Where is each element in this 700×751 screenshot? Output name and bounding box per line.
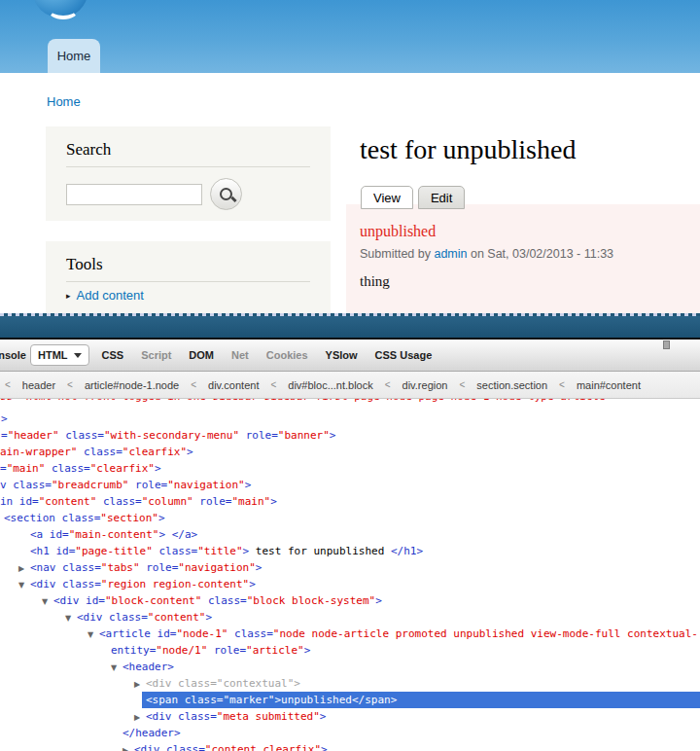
main-menu-tab-home[interactable]: Home (48, 39, 100, 73)
firebug-tab-html[interactable]: HTML (30, 344, 89, 366)
code-segment: "content clearfix" (205, 743, 321, 751)
search-block: Search (46, 126, 331, 221)
firebug-breadcrumb: <header<article#node-1.node<div.content<… (0, 372, 700, 399)
tree-row[interactable]: ▼<header> (0, 659, 700, 675)
toolbar-grip-icon[interactable] (663, 340, 670, 349)
code-segment: <header> (122, 661, 174, 673)
firebug-tab-net[interactable]: Net (225, 345, 256, 365)
tree-row[interactable]: entity="node/1" role="article"> (0, 642, 700, 659)
code-segment: > (294, 677, 300, 690)
firebug-panel: ConsoleHTMLCSSScriptDOMNetCookiesYSlowCS… (0, 313, 700, 751)
breadcrumb-item[interactable]: header (22, 379, 55, 391)
browser-viewport: Home Home Search Tools ▸ Add content tes… (0, 0, 700, 751)
code-segment: role= (140, 561, 179, 574)
author-link[interactable]: admin (434, 247, 467, 261)
tree-row[interactable]: ▼<div class="region region-content"> (0, 576, 700, 592)
firebug-tab-console[interactable]: Console (0, 345, 26, 365)
tree-row[interactable]: ▶<nav class="tabs" role="navigation"> (0, 559, 700, 576)
breadcrumb-item[interactable]: article#node-1.node (85, 379, 179, 391)
collapse-twisty-icon[interactable]: ▼ (18, 577, 30, 593)
tree-row[interactable]: v class="breadcrumb" role="navigation"> (0, 477, 700, 493)
tree-row[interactable]: <h1 id="page-title" class="title"> test … (0, 543, 700, 559)
tree-row[interactable]: ="main" class="clearfix"> (0, 460, 700, 477)
search-button[interactable] (210, 178, 242, 210)
code-segment: "article" (246, 644, 304, 657)
node-tabs: View Edit (361, 186, 465, 209)
tree-row-selected[interactable]: <span class="marker">unpublished</span> (142, 692, 700, 708)
code-segment: <div class= (30, 578, 101, 590)
code-segment: > (187, 446, 193, 458)
code-segment: entity= (111, 644, 156, 657)
expand-twisty-icon[interactable]: ▶ (134, 709, 146, 726)
druplicon-logo-icon[interactable] (33, 0, 88, 18)
expand-twisty-icon[interactable]: ▶ (122, 742, 134, 751)
code-segment: role= (193, 495, 232, 508)
code-segment: "page-title" (75, 545, 152, 557)
collapse-twisty-icon[interactable]: ▼ (111, 660, 122, 676)
code-segment: "navigation" (167, 479, 244, 491)
firebug-tab-css-usage[interactable]: CSS Usage (368, 345, 439, 365)
firebug-tab-css[interactable]: CSS (95, 345, 131, 365)
breadcrumb-item[interactable]: div.region (402, 379, 448, 391)
tree-row[interactable]: <a id="main-content"> </a> (0, 526, 700, 543)
tab-edit[interactable]: Edit (418, 186, 465, 209)
code-segment: "main" (231, 495, 270, 508)
teal-bar (0, 316, 700, 340)
code-segment: ain-wrapper" (0, 446, 77, 458)
tree-row[interactable]: ▼<div id="block-content" class="block bl… (0, 592, 700, 609)
code-segment: <a id= (30, 528, 69, 541)
search-block-title: Search (66, 140, 310, 167)
code-segment: class= (228, 627, 272, 640)
tree-row[interactable]: ss="html not-front logged-in one-sidebar… (0, 399, 700, 411)
breadcrumb-item[interactable]: div.content (208, 379, 259, 391)
search-form (66, 178, 242, 210)
code-segment: in id= (0, 495, 39, 508)
firebug-tree: ss="html not-front logged-in one-sidebar… (0, 399, 700, 751)
tree-row[interactable]: ain-wrapper" class="clearfix"> (0, 444, 700, 460)
breadcrumb-item[interactable]: div#bloc...nt.block (288, 379, 372, 391)
breadcrumb-home-link[interactable]: Home (47, 94, 81, 109)
unpublished-node: unpublished Submitted by admin on Sat, 0… (346, 204, 700, 313)
add-content-link[interactable]: Add content (77, 288, 144, 303)
collapse-twisty-icon[interactable]: ▼ (42, 593, 53, 610)
firebug-tab-yslow[interactable]: YSlow (319, 345, 365, 365)
collapse-twisty-icon[interactable]: ▼ (88, 626, 99, 643)
firebug-tab-script[interactable]: Script (134, 345, 178, 365)
code-segment: </span> (352, 694, 397, 706)
tree-row[interactable]: ▼<article id="node-1" class="node node-a… (0, 626, 700, 642)
tab-view[interactable]: View (361, 186, 413, 209)
firebug-tab-dom[interactable]: DOM (182, 345, 221, 365)
firebug-tab-label: HTML (38, 349, 68, 361)
dropdown-caret-icon[interactable] (74, 353, 82, 358)
tree-row[interactable]: > (0, 411, 700, 427)
code-segment: <h1 id= (30, 545, 75, 557)
breadcrumb-item[interactable]: main#content (577, 379, 641, 391)
tree-row[interactable]: ▶<div class="content clearfix"> (0, 741, 700, 751)
search-input[interactable] (66, 184, 202, 205)
firebug-tab-cookies[interactable]: Cookies (260, 345, 315, 365)
code-segment: class= (59, 429, 104, 442)
code-segment: "with-secondary-menu" (104, 429, 239, 442)
code-segment: > (270, 495, 277, 508)
firebug-tab-label: YSlow (326, 349, 358, 361)
code-segment: "column" (142, 495, 193, 508)
tree-row[interactable]: <section class="section"> (0, 510, 700, 526)
tree-row[interactable]: in id="content" class="column" role="mai… (0, 493, 700, 510)
expand-twisty-icon[interactable]: ▶ (18, 560, 30, 577)
tree-row[interactable]: ▶<div class="meta submitted"> (0, 708, 700, 725)
expand-twisty-icon[interactable]: ▶ (134, 676, 146, 693)
code-segment: <nav class= (30, 561, 101, 574)
code-segment: "navigation" (178, 561, 255, 574)
tree-row[interactable]: ="header" class="with-secondary-menu" ro… (0, 427, 700, 444)
tree-row[interactable]: </header> (0, 725, 700, 741)
tree-row[interactable]: ▶<div class="contextual"> (0, 675, 700, 692)
code-segment: role= (128, 479, 167, 491)
code-segment: class= (96, 495, 141, 508)
submitted-line: Submitted by admin on Sat, 03/02/2013 - … (360, 247, 700, 261)
breadcrumb-separator-icon: < (191, 379, 196, 390)
code-segment: > (249, 578, 256, 590)
tree-row[interactable]: ▼<div class="content"> (0, 609, 700, 626)
collapse-twisty-icon[interactable]: ▼ (65, 610, 77, 626)
breadcrumb-item[interactable]: section.section (476, 379, 547, 391)
code-segment: class= (153, 545, 197, 557)
